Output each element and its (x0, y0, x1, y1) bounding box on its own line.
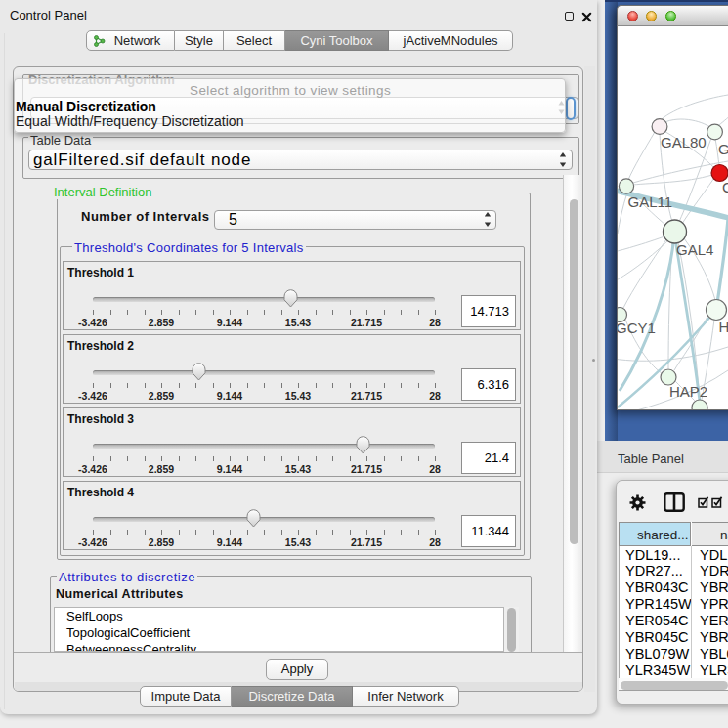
svg-text:GAL4: GAL4 (676, 241, 713, 258)
svg-text:HAP2: HAP2 (669, 383, 707, 400)
svg-text:H: H (719, 319, 728, 335)
svg-text:C: C (722, 179, 728, 195)
svg-text:GCY1: GCY1 (618, 320, 656, 336)
svg-text:GAL11: GAL11 (628, 193, 673, 210)
svg-text:GAL80: GAL80 (661, 134, 707, 150)
svg-text:G: G (718, 141, 728, 157)
